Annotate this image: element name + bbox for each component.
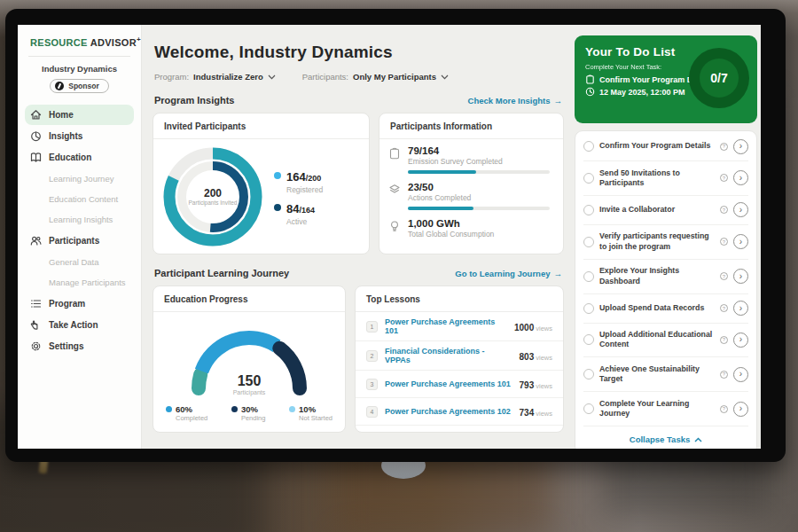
task-item[interactable]: Complete Your Learning Journey ? › [583,392,748,426]
lesson-row[interactable]: 1 Power Purchase Agreements 101 1000view… [356,312,563,341]
task-checkbox[interactable] [583,403,594,414]
task-item[interactable]: Verify participants requesting to join t… [583,225,748,260]
task-item[interactable]: Confirm Your Program Details ? › [583,132,748,161]
stat-actions-completed: 23/50 Actions Completed [388,182,551,210]
gauge-center-label: Participants [183,389,316,395]
task-checkbox[interactable] [583,237,594,247]
gear-icon [30,340,42,352]
info-icon: ? [720,143,728,151]
chevron-down-icon [268,74,276,80]
program-insights-header: Program Insights Check More Insights → [154,95,562,106]
task-item[interactable]: Upload Additional Educational Content ? … [583,324,748,358]
arrow-right-icon: → [554,96,563,106]
sidebar: RESOURCE ADVISOR+ Industry Dynamics Spon… [18,25,142,449]
lightbulb-icon [388,220,401,232]
sidebar-item-program[interactable]: Program [25,293,134,314]
task-open-button[interactable]: › [733,402,748,417]
rank-badge: 2 [366,350,378,362]
divider [28,56,130,57]
todo-summary-card: Your To Do List Complete Your Next Task:… [575,35,757,123]
clipboard-icon [585,74,595,84]
sidebar-item-participants[interactable]: Participants [25,231,134,251]
sidebar-nav: Home Insights Education Learning Journey… [18,105,141,356]
rank-badge: 3 [366,379,378,390]
sponsor-label: Sponsor [68,82,98,90]
task-checkbox[interactable] [583,334,594,345]
info-icon: ? [720,206,728,214]
learning-journey-header: Participant Learning Journey Go to Learn… [154,268,562,278]
info-icon: ? [720,238,728,246]
task-open-button[interactable]: › [733,170,748,185]
arrow-right-icon: → [554,269,563,278]
task-open-button[interactable]: › [733,234,748,249]
task-checkbox[interactable] [583,303,594,314]
emission-progress-bar [408,170,550,174]
task-open-button[interactable]: › [733,139,748,154]
task-item[interactable]: Achieve One Sustainability Target ? › [583,357,748,392]
lesson-row[interactable]: 5 Power Purchase Agreements 103 600views [356,426,563,433]
education-progress-card: Education Progress 150 Participants [153,286,346,433]
active-dot-icon [274,204,281,211]
sidebar-item-insights[interactable]: Insights [25,126,134,146]
task-open-button[interactable]: › [733,202,748,217]
task-open-button[interactable]: › [733,301,748,316]
participants-information-card: Participants Information 79/164 Emission… [379,113,564,254]
sidebar-item-home[interactable]: Home [25,105,134,125]
not-started-dot-icon [289,406,295,412]
book-icon [30,152,42,163]
lesson-link[interactable]: Power Purchase Agreements 101 [385,317,507,335]
sidebar-item-take-action[interactable]: Take Action [25,315,134,335]
sidebar-item-general-data[interactable]: General Data [25,252,134,272]
gauge-center-value: 150 [183,373,316,389]
actions-icon [388,184,401,196]
task-checkbox[interactable] [583,173,594,184]
sidebar-item-settings[interactable]: Settings [25,336,134,356]
go-to-learning-journey-link[interactable]: Go to Learning Journey → [455,269,562,278]
info-icon: ? [720,405,728,413]
task-checkbox[interactable] [583,205,594,215]
collapse-tasks-link[interactable]: Collapse Tasks [583,426,748,449]
lesson-row[interactable]: 4 Power Purchase Agreements 102 734views [356,398,563,426]
sidebar-item-learning-journey[interactable]: Learning Journey [25,168,134,189]
tasks-list-card: Confirm Your Program Details ? › Send 50… [575,130,757,449]
lesson-link[interactable]: Financial Considerations - VPPAs [385,347,512,364]
sidebar-item-education-content[interactable]: Education Content [25,189,134,209]
task-open-button[interactable]: › [733,332,748,348]
todo-panel: Your To Do List Complete Your Next Task:… [575,25,757,449]
info-icon: ? [720,336,728,344]
task-item[interactable]: Invite a Collaborator ? › [583,196,748,225]
task-item[interactable]: Explore Your Insights Dashboard ? › [583,260,748,294]
pending-dot-icon [231,406,238,412]
lesson-row[interactable]: 3 Power Purchase Agreements 101 793views [356,371,563,398]
program-select[interactable]: Program: Industrialize Zero [154,72,276,82]
section-title: Program Insights [154,95,234,106]
card-title: Top Lessons [356,286,563,312]
home-icon [30,109,42,121]
rank-badge: 1 [366,321,378,332]
lesson-row[interactable]: 2 Financial Considerations - VPPAs 803vi… [356,341,563,371]
task-checkbox[interactable] [583,369,594,379]
lesson-link[interactable]: Power Purchase Agreements 101 [385,379,512,388]
sidebar-item-education[interactable]: Education [25,147,134,168]
lesson-link[interactable]: Power Purchase Agreements 102 [385,407,512,416]
top-lessons-card: Top Lessons 1 Power Purchase Agreements … [355,286,564,433]
clipboard-icon [388,147,401,160]
program-value: Industrialize Zero [193,72,263,82]
sponsor-badge[interactable]: Sponsor [50,79,108,93]
participants-select[interactable]: Participants: Only My Participants [302,72,449,82]
todo-progress-ring: 0/7 [689,48,749,108]
sidebar-item-learning-insights[interactable]: Learning Insights [25,209,134,230]
legend-registered: 164/200 Registered [274,168,323,194]
section-title: Participant Learning Journey [154,268,289,278]
app-logo[interactable]: RESOURCE ADVISOR+ [18,25,141,48]
task-open-button[interactable]: › [733,367,748,382]
task-item[interactable]: Upload Spend Data Records ? › [583,294,748,324]
info-icon: ? [720,304,728,312]
check-more-insights-link[interactable]: Check More Insights → [468,96,562,106]
task-checkbox[interactable] [583,271,594,282]
task-checkbox[interactable] [583,141,594,152]
sidebar-item-manage-participants[interactable]: Manage Participants [25,272,134,293]
task-open-button[interactable]: › [733,269,748,284]
invited-donut-chart: 200 Participants Invited [160,145,265,249]
task-item[interactable]: Send 50 Invitations to Participants ? › [583,161,748,196]
